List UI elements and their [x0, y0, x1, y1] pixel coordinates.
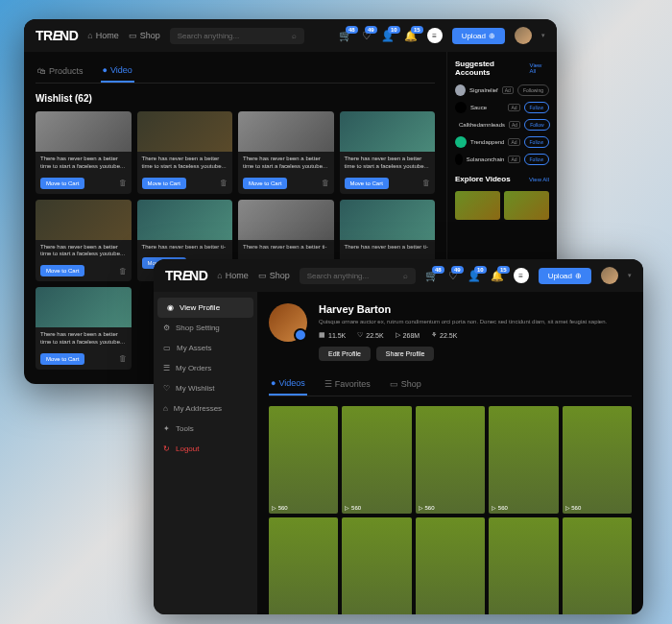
account-name[interactable]: Sauce — [470, 105, 504, 110]
tab-favorites[interactable]: ☰ Favorites — [323, 372, 372, 396]
avatar[interactable] — [515, 27, 532, 44]
video-thumbnail[interactable]: ▷ 560 — [416, 517, 485, 614]
wishlist-card[interactable]: There has never been a better time to st… — [238, 111, 334, 194]
play-icon: ▷ — [396, 331, 400, 339]
tab-video[interactable]: ● Video — [101, 60, 134, 83]
account-avatar[interactable] — [455, 84, 466, 96]
account-avatar[interactable] — [455, 154, 463, 165]
follow-button[interactable]: Follow — [524, 102, 549, 113]
account-row: SolanaonchainAdFollow — [455, 154, 549, 165]
menu-item-logout[interactable]: ↻Logout — [154, 439, 257, 459]
upload-button[interactable]: Upload ⊕ — [452, 28, 505, 44]
profile-bio: Quisque ornare auctor ex, rutrum condime… — [319, 318, 632, 325]
tab-videos[interactable]: ● Videos — [269, 372, 307, 396]
follow-button[interactable]: Follow — [524, 136, 549, 148]
verified-badge: Ad — [508, 156, 519, 163]
menu-item-shop-setting[interactable]: ⚙Shop Setting — [154, 318, 257, 338]
explore-video[interactable] — [455, 191, 500, 220]
menu-item-view-profile[interactable]: ◉View Profile — [157, 298, 253, 318]
menu-icon: ⌂ — [163, 404, 168, 413]
wishlist-card[interactable]: There has never been a better time to st… — [137, 111, 233, 194]
app-icon[interactable]: ≡ — [427, 28, 443, 43]
edit-profile-button[interactable]: Edit Profile — [319, 347, 371, 361]
move-to-cart-button[interactable]: Move to Cart — [142, 178, 186, 189]
stat-views: ▷268M — [396, 331, 420, 339]
menu-item-my-assets[interactable]: ▭My Assets — [154, 338, 257, 358]
video-thumbnail[interactable]: ▷ 560 — [489, 517, 558, 614]
move-to-cart-button[interactable]: Move to Cart — [40, 265, 84, 276]
video-thumbnail[interactable]: ▷ 560 — [269, 517, 338, 614]
nav-shop[interactable]: ▭ Shop — [129, 31, 160, 40]
stat-posts: ▦11.5K — [319, 331, 346, 339]
account-avatar[interactable] — [455, 136, 467, 148]
wishlist-card[interactable]: There has never been a better time to st… — [36, 111, 132, 194]
delete-icon[interactable]: 🗑 — [220, 179, 228, 187]
search-icon: ⌕ — [403, 272, 408, 280]
wishlist-title: Wishlist (62) — [36, 93, 435, 104]
stat-likes: ♡22.5K — [357, 331, 383, 339]
delete-icon[interactable]: 🗑 — [322, 179, 329, 187]
menu-item-tools[interactable]: ✦Tools — [154, 419, 257, 439]
verified-badge: Ad — [502, 86, 514, 94]
move-to-cart-button[interactable]: Move to Cart — [345, 178, 389, 189]
menu-icon: ◉ — [167, 303, 174, 312]
view-all-link[interactable]: View All — [529, 177, 549, 182]
heart-icon[interactable]: ♡49 — [448, 270, 458, 282]
avatar[interactable] — [601, 267, 618, 284]
account-name[interactable]: Solanaonchain — [467, 156, 505, 162]
menu-item-my-wishlist[interactable]: ♡My Wishlist — [154, 378, 257, 398]
bell-icon[interactable]: 🔔15 — [491, 270, 504, 282]
tab-shop[interactable]: ▭ Shop — [388, 372, 423, 396]
wishlist-card[interactable]: There has never been a better time to st… — [340, 111, 436, 194]
follow-button[interactable]: Following — [517, 84, 549, 96]
follow-button[interactable]: Follow — [524, 119, 549, 131]
delete-icon[interactable]: 🗑 — [119, 354, 127, 363]
search-input[interactable]: Search anything...⌕ — [170, 28, 304, 44]
video-thumbnail[interactable]: ▷ 560 — [342, 406, 411, 513]
search-icon: ⌕ — [292, 32, 297, 40]
app-icon[interactable]: ≡ — [514, 268, 529, 283]
menu-item-my-orders[interactable]: ☰My Orders — [154, 358, 257, 378]
nav-home[interactable]: ⌂ Home — [217, 271, 248, 280]
search-input[interactable]: Search anything...⌕ — [300, 268, 416, 284]
user-icon[interactable]: 👤10 — [468, 270, 481, 282]
video-thumbnail[interactable]: ▷ 560 — [269, 406, 338, 513]
delete-icon[interactable]: 🗑 — [119, 179, 127, 187]
delete-icon[interactable]: 🗑 — [422, 179, 430, 187]
wishlist-card[interactable]: There has never been a better time to st… — [36, 287, 132, 370]
wishlist-card[interactable]: There has never been a better time to st… — [36, 200, 132, 282]
cart-icon[interactable]: 🛒48 — [425, 270, 439, 282]
account-name[interactable]: Callthedamnleads — [459, 122, 505, 128]
move-to-cart-button[interactable]: Move to Cart — [40, 178, 84, 189]
explore-video[interactable] — [504, 191, 549, 220]
chevron-down-icon[interactable]: ▾ — [541, 32, 545, 39]
account-name[interactable]: Trendappend — [470, 139, 504, 145]
menu-icon: ♡ — [163, 384, 170, 393]
account-avatar[interactable] — [455, 102, 467, 113]
nav-home[interactable]: ⌂ Home — [87, 31, 118, 40]
stat-followers: ⚘22.5K — [431, 331, 457, 339]
tab-products[interactable]: 🛍 Products — [36, 60, 85, 83]
share-profile-button[interactable]: Share Profile — [376, 347, 434, 361]
video-thumbnail[interactable]: ▷ 560 — [416, 406, 485, 513]
bell-icon[interactable]: 🔔15 — [404, 30, 418, 42]
account-name[interactable]: Signalrelief — [469, 87, 498, 93]
chevron-down-icon[interactable]: ▾ — [628, 272, 632, 279]
follow-button[interactable]: Follow — [524, 154, 549, 165]
upload-button[interactable]: Upload ⊕ — [539, 268, 591, 284]
video-thumbnail[interactable]: ▷ 560 — [489, 406, 558, 513]
video-thumbnail[interactable]: ▷ 560 — [342, 517, 411, 614]
menu-item-my-addresses[interactable]: ⌂My Addresses — [154, 398, 257, 419]
move-to-cart-button[interactable]: Move to Cart — [243, 178, 287, 189]
profile-avatar[interactable] — [269, 303, 307, 342]
heart-icon[interactable]: ♡49 — [362, 30, 372, 42]
video-thumbnail[interactable]: ▷ 560 — [563, 517, 632, 614]
nav-shop[interactable]: ▭ Shop — [258, 271, 290, 280]
video-thumbnail[interactable]: ▷ 560 — [563, 406, 632, 513]
move-to-cart-button[interactable]: Move to Cart — [40, 353, 84, 365]
view-all-link[interactable]: View All — [530, 62, 549, 74]
cart-icon[interactable]: 🛒48 — [339, 30, 352, 42]
delete-icon[interactable]: 🗑 — [119, 267, 127, 276]
header-icons: 🛒48 ♡49 👤10 🔔15 ≡ Upload ⊕ ▾ — [339, 27, 545, 44]
user-icon[interactable]: 👤10 — [381, 30, 395, 42]
